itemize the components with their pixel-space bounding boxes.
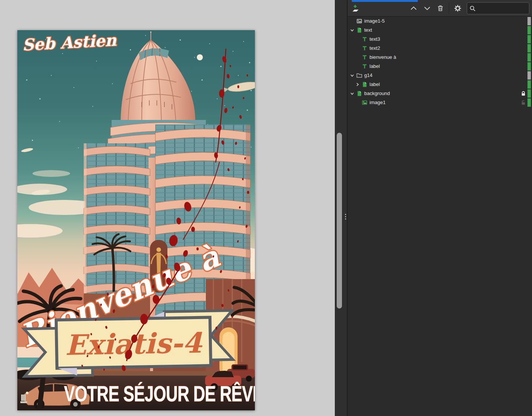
layer-row-image1-5[interactable]: image1-5	[348, 17, 532, 26]
layer-tree: image1-5 text text3	[348, 17, 532, 416]
image-icon	[362, 100, 368, 106]
layer-row-background[interactable]: background	[348, 89, 532, 98]
chevron-down-icon[interactable]	[350, 28, 354, 32]
text-icon	[362, 63, 368, 69]
layer-search-box[interactable]	[467, 2, 529, 14]
highlight-strip[interactable]	[527, 17, 531, 25]
layer-label: image1	[369, 100, 386, 105]
layer-search-input[interactable]	[478, 5, 527, 12]
canvas-vertical-scrollbar[interactable]	[337, 133, 342, 309]
text-icon	[362, 54, 368, 60]
active-tab-indicator	[352, 0, 418, 2]
text-icon	[362, 45, 368, 51]
layer-label: bienvenue à	[369, 54, 396, 60]
chevron-right-icon[interactable]	[355, 82, 360, 87]
banner-ribbon[interactable]: Exiatis-4	[24, 310, 233, 376]
layer-row-label-text[interactable]: label	[348, 62, 532, 71]
gear-icon	[454, 4, 462, 12]
layer-label: label	[369, 81, 380, 87]
poster-artwork: Seb Astien Bienvenue à Exiatis-4	[17, 30, 255, 410]
highlight-strip[interactable]	[527, 26, 531, 34]
highlight-strip[interactable]	[527, 44, 531, 52]
toolbar-separator	[449, 2, 449, 14]
layer-label: image1-5	[364, 18, 385, 24]
layer-icon	[362, 81, 368, 87]
layer-row-text2[interactable]: text2	[348, 44, 532, 53]
panel-resize-handle[interactable]	[345, 214, 346, 220]
move-down-icon	[423, 4, 431, 12]
application-window: Seb Astien Bienvenue à Exiatis-4	[0, 0, 532, 416]
layer-label: text3	[369, 36, 380, 42]
move-down-button[interactable]	[422, 3, 432, 14]
objects-toolbar	[348, 0, 532, 17]
moon	[197, 54, 203, 60]
layer-row-image1[interactable]: image1	[348, 98, 532, 107]
poster-tagline-text[interactable]: VOTRE SÉJOUR DE RÊVE	[64, 381, 255, 406]
highlight-strip[interactable]	[527, 35, 531, 43]
layer-row-bienvenue[interactable]: bienvenue à	[348, 53, 532, 62]
new-layer-icon	[351, 4, 360, 13]
chevron-down-icon[interactable]	[350, 73, 354, 78]
canvas-scroll-strip	[335, 0, 348, 416]
new-layer-button[interactable]	[351, 3, 361, 14]
move-up-button[interactable]	[408, 3, 419, 14]
highlight-strip[interactable]	[527, 89, 531, 98]
text-icon	[362, 36, 368, 42]
layer-label: background	[364, 91, 390, 96]
lock-icon[interactable]	[520, 91, 526, 97]
move-up-icon	[409, 4, 418, 12]
highlight-strip[interactable]	[527, 53, 531, 61]
highlight-strip[interactable]	[527, 80, 531, 89]
layer-label: text2	[369, 45, 380, 51]
layer-icon	[356, 27, 362, 33]
canvas-area[interactable]: Seb Astien Bienvenue à Exiatis-4	[0, 0, 335, 416]
image-icon	[356, 18, 362, 24]
trash-icon	[436, 4, 445, 12]
settings-button[interactable]	[452, 3, 463, 14]
group-folder-icon	[356, 72, 362, 78]
highlight-strip[interactable]	[527, 71, 531, 80]
layer-label: g14	[364, 72, 373, 78]
highlight-strip[interactable]	[527, 62, 531, 71]
objects-panel: image1-5 text text3	[348, 0, 532, 416]
layer-label: text	[364, 27, 372, 33]
poster-canvas[interactable]: Seb Astien Bienvenue à Exiatis-4	[17, 30, 255, 410]
layer-row-text3[interactable]: text3	[348, 35, 532, 44]
layer-row-g14[interactable]: g14	[348, 71, 532, 80]
layer-row-label-layer[interactable]: label	[348, 80, 532, 89]
unlock-icon[interactable]	[520, 100, 526, 106]
layer-row-text[interactable]: text	[348, 26, 532, 35]
search-icon	[469, 5, 476, 12]
poster-destination-text[interactable]: Exiatis-4	[65, 327, 203, 361]
chevron-down-icon[interactable]	[350, 91, 354, 96]
highlight-strip[interactable]	[527, 98, 531, 107]
delete-button[interactable]	[435, 3, 446, 14]
layer-icon	[356, 91, 362, 97]
layer-label: label	[369, 63, 380, 69]
